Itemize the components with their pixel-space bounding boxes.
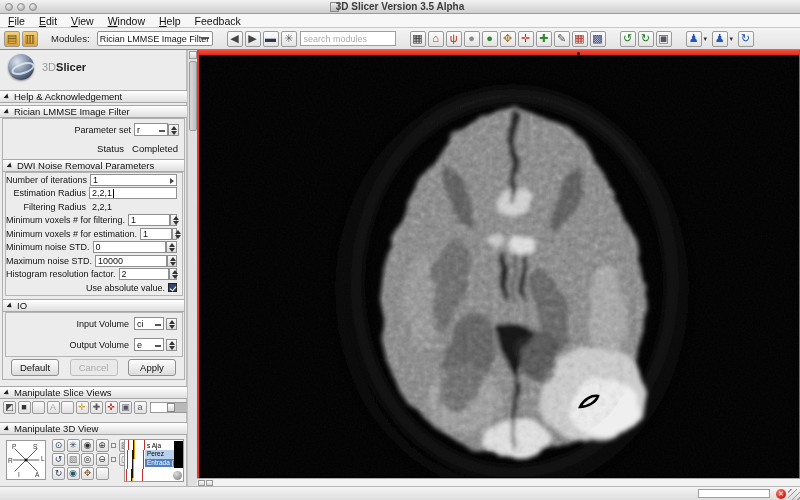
menu-edit[interactable]: Edit	[39, 15, 57, 27]
filtering-radius-value[interactable]: 2,2,1	[89, 202, 177, 212]
minimum-noise-std-input[interactable]: 0	[93, 241, 167, 253]
minimum-voxels-for-filtering-input[interactable]: 1	[128, 214, 170, 226]
scrollbar-left-button[interactable]	[198, 480, 205, 486]
use-absolute-value-checkbox[interactable]	[168, 283, 177, 292]
module-history-icon[interactable]: ▬	[263, 31, 279, 47]
navigation-preview-thumbnail[interactable]: s AjaPerezEntrada (321	[124, 439, 184, 482]
tilt-camera-icon[interactable]: ↻	[52, 467, 65, 480]
scene-snapshot-icon[interactable]: ♟	[712, 31, 728, 47]
mini-checkbox[interactable]	[111, 457, 116, 462]
annotation-icon[interactable]: A	[47, 401, 60, 414]
bounding-box-icon[interactable]: ▧	[67, 453, 80, 466]
crosshair-icon[interactable]: ✛	[76, 401, 89, 414]
menu-window[interactable]: Window	[108, 15, 145, 27]
spin-view-icon[interactable]: ✳	[67, 439, 80, 452]
interpolation-icon[interactable]	[32, 401, 45, 414]
apply-button[interactable]: Apply	[128, 359, 176, 376]
slice-controller-pin-icon[interactable]	[577, 52, 580, 55]
scrollbar-thumb[interactable]	[189, 61, 197, 131]
search-modules-input[interactable]	[300, 31, 396, 46]
maximum-noise-std-spinner[interactable]	[167, 255, 177, 267]
screen-capture-icon-dropdown[interactable]: ▾	[704, 35, 710, 43]
minimum-voxels-for-filtering-spinner[interactable]	[170, 214, 177, 226]
colors-icon[interactable]: ▩	[590, 31, 606, 47]
manipulate-slice-views-header[interactable]: Manipulate Slice Views	[0, 386, 187, 399]
load-scene-icon[interactable]: ▤	[4, 31, 20, 47]
mini-checkbox[interactable]	[111, 443, 116, 448]
pan-hand-icon[interactable]: ✥	[81, 467, 94, 480]
pick-icon[interactable]: ●	[482, 31, 498, 47]
output-volume-combobox[interactable]: e	[134, 338, 164, 351]
io-header[interactable]: IO	[3, 299, 184, 312]
scene-snapshot-icon-dropdown[interactable]: ▾	[730, 35, 736, 43]
menu-feedback[interactable]: Feedback	[195, 15, 241, 27]
input-volume-spinner[interactable]	[166, 318, 177, 330]
output-volume-spinner[interactable]	[166, 339, 177, 351]
orientation-axes-widget[interactable]: P S R L I A	[6, 440, 46, 480]
parameter-set-spinner[interactable]	[168, 124, 179, 136]
scrollbar-up-button[interactable]	[189, 51, 197, 59]
measure-icon[interactable]: ✎	[554, 31, 570, 47]
error-log-button[interactable]: ✕	[776, 489, 786, 499]
mrml-tree-icon[interactable]: ψ	[446, 31, 462, 47]
input-volume-combobox[interactable]: ci	[134, 317, 164, 330]
visibility-toggle-icon[interactable]: ◩	[3, 401, 16, 414]
module-section-header[interactable]: Rician LMMSE Image Filter	[0, 105, 187, 118]
help-acknowledgement-header[interactable]: Help & Acknowledgement	[0, 90, 187, 103]
save-snapshot-icon[interactable]: ▣	[656, 31, 672, 47]
maximum-noise-std-input[interactable]: 10000	[95, 255, 167, 267]
parameter-set-combobox[interactable]: r	[134, 123, 168, 136]
panel-scrollbar[interactable]	[187, 50, 197, 486]
visibility-eye-icon[interactable]: ◉	[67, 467, 80, 480]
transform-view-icon[interactable]: ✥	[500, 31, 516, 47]
label-opacity-icon[interactable]: ■	[18, 401, 31, 414]
layout-icon[interactable]: ▦	[410, 31, 426, 47]
minimum-voxels-for-estimation-input[interactable]: 1	[140, 228, 172, 240]
histogram-resolution-factor-spinner[interactable]	[169, 268, 177, 280]
compositing-icon[interactable]	[61, 401, 74, 414]
spreadsheet-icon[interactable]: ▦	[572, 31, 588, 47]
slice-link-icon[interactable]: ✜	[105, 401, 118, 414]
redo-icon[interactable]: ↻	[638, 31, 654, 47]
screen-capture-icon[interactable]: ♟	[686, 31, 702, 47]
save-scene-icon[interactable]: ▥	[22, 31, 38, 47]
home-icon[interactable]: ⌂	[428, 31, 444, 47]
rotate-view-icon[interactable]: ●	[464, 31, 480, 47]
rotate-camera-icon[interactable]: ↺	[52, 453, 65, 466]
default-button[interactable]: Default	[11, 359, 59, 376]
menu-file[interactable]: File	[8, 15, 25, 27]
edit-fiducial-icon[interactable]: ✚	[536, 31, 552, 47]
estimation-radius-input[interactable]: 2,2,1	[89, 187, 177, 199]
grid-icon[interactable]: ✚	[90, 401, 103, 414]
manipulate-3d-view-header[interactable]: Manipulate 3D View	[0, 422, 187, 435]
module-refresh-icon[interactable]: ✳	[281, 31, 297, 47]
minimum-noise-std-spinner[interactable]	[166, 241, 177, 253]
zoom-in-icon[interactable]: ⊕	[96, 439, 109, 452]
minimum-voxels-for-estimation-spinner[interactable]	[172, 228, 177, 240]
layer-copy-icon[interactable]: ▣	[119, 401, 132, 414]
module-back-icon[interactable]: ◀	[227, 31, 243, 47]
red-slice-viewport[interactable]	[197, 50, 800, 478]
menu-view[interactable]: View	[71, 15, 94, 27]
screenshot-camera-icon[interactable]: ◉	[81, 439, 94, 452]
place-fiducial-icon[interactable]: ✛	[518, 31, 534, 47]
viewport-scrollbar[interactable]	[197, 478, 800, 486]
window-resize-grip[interactable]	[788, 489, 800, 500]
number-of-iterations-input[interactable]: 1	[90, 174, 177, 186]
record-camera-icon[interactable]: ◎	[81, 453, 94, 466]
module-forward-icon[interactable]: ▶	[245, 31, 261, 47]
collapse-triangle-icon	[7, 302, 14, 309]
pin-icon[interactable]: ⊙	[52, 439, 65, 452]
modules-combobox[interactable]: Rician LMMSE Image Filter	[97, 31, 213, 46]
zoom-out-icon[interactable]: ⊖	[96, 453, 109, 466]
stereo-icon[interactable]	[96, 467, 109, 480]
dwi-parameters-header[interactable]: DWI Noise Removal Parameters	[3, 159, 184, 172]
slider-knob[interactable]	[167, 403, 175, 412]
param-row-minimum-noise-std: Minimum noise STD.0	[6, 241, 182, 255]
histogram-resolution-factor-input[interactable]: 2	[119, 268, 170, 280]
label-outline-icon[interactable]: a	[134, 401, 147, 414]
scene-refresh-icon[interactable]: ↻	[738, 31, 754, 47]
menu-help[interactable]: Help	[159, 15, 181, 27]
undo-icon[interactable]: ↺	[620, 31, 636, 47]
scrollbar-right-button[interactable]	[206, 480, 213, 486]
